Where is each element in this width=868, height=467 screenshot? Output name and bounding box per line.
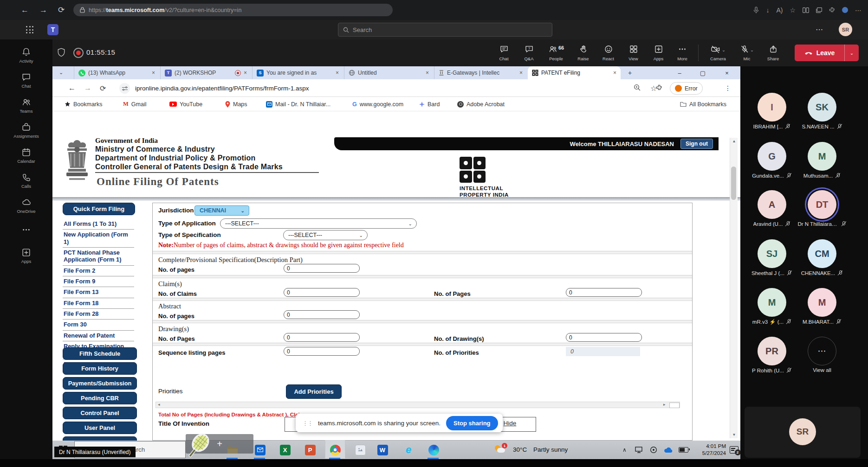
claims-pages-input[interactable] <box>566 288 642 297</box>
bookmark-item[interactable]: Bookmarks <box>65 97 103 111</box>
drawings-count-input[interactable] <box>566 333 642 342</box>
network-icon[interactable] <box>633 444 645 456</box>
bookmark-item[interactable]: YouTube <box>169 97 202 111</box>
sidebar-link-form13[interactable]: File Form 13 <box>63 287 134 298</box>
participant-avatar[interactable]: M <box>758 288 786 317</box>
horizontal-scrollbar[interactable]: ◂ ▸ <box>155 402 680 408</box>
scroll-up-icon[interactable]: ▲ <box>730 139 738 143</box>
action-center-icon[interactable]: 2 <box>728 444 740 456</box>
participant-avatar[interactable]: CM <box>808 239 836 268</box>
tab-search-chevron-icon[interactable]: ⌄ <box>59 70 63 76</box>
bookmark-item[interactable]: G www.google.com <box>352 97 403 111</box>
participant-avatar[interactable]: SJ <box>758 239 786 268</box>
bookmark-item[interactable]: Mail - Dr. N Thillaiar... <box>266 97 330 111</box>
participant-avatar[interactable]: A <box>758 190 786 219</box>
abstract-pages-input[interactable] <box>284 310 360 319</box>
leave-options-chevron-icon[interactable]: ⌄ <box>844 45 859 61</box>
tray-expand-icon[interactable]: ∧ <box>622 447 627 453</box>
view-all-button[interactable]: ⋯ <box>808 337 836 365</box>
site-settings-icon[interactable] <box>119 83 130 94</box>
tab-whatsapp[interactable]: (13) WhatsApp × <box>74 66 159 79</box>
collections-icon[interactable] <box>816 7 822 13</box>
profile-chip[interactable]: Error <box>670 82 703 95</box>
internet-explorer-icon[interactable]: e <box>402 444 415 456</box>
extensions-puzzle-icon[interactable] <box>656 84 662 91</box>
camera-button[interactable]: ⌄ Camera <box>705 45 732 61</box>
type-of-specification-select[interactable]: ---SELECT---⌄ <box>283 230 368 240</box>
bookmark-item[interactable]: Adobe Acrobat <box>457 97 505 111</box>
voice-search-icon[interactable] <box>753 6 759 13</box>
bookmark-item[interactable]: Maps <box>225 97 247 111</box>
jurisdiction-select[interactable]: CHENNAI⌄ <box>194 205 249 216</box>
sequence-pages-input[interactable] <box>284 347 360 356</box>
new-tab-button[interactable]: + <box>628 69 632 77</box>
participant-avatar[interactable]: M <box>808 288 836 317</box>
all-bookmarks-button[interactable]: All Bookmarks <box>680 97 726 111</box>
type-of-application-select[interactable]: ---SELECT---⌄ <box>220 218 417 229</box>
sidebar-item-calendar[interactable]: Calendar <box>0 143 52 167</box>
tab-workshop[interactable]: T (2) WORKSHOP × <box>160 66 251 79</box>
sidebar-item-more[interactable] <box>0 218 52 243</box>
window-close-button[interactable]: × <box>716 66 738 79</box>
scroll-left-icon[interactable]: ◂ <box>158 402 160 407</box>
downloads-icon[interactable]: ↓ <box>766 6 769 14</box>
tab-close-icon[interactable]: × <box>152 70 155 76</box>
leave-button[interactable]: Leave ⌄ <box>795 45 859 61</box>
profile-icon[interactable] <box>842 7 848 13</box>
sidebar-link-form18[interactable]: File Form 18 <box>63 298 134 309</box>
browser-menu-kebab-icon[interactable]: ⋮ <box>725 79 731 97</box>
sidebar-item-apps[interactable]: Apps <box>0 243 52 268</box>
edge-address-bar[interactable]: https://teams.microsoft.com/v2/?culture=… <box>73 4 393 16</box>
user-avatar[interactable]: SR <box>839 23 852 36</box>
page-scroll-thumb[interactable] <box>731 166 736 200</box>
scroll-right-icon[interactable]: ▸ <box>663 402 666 407</box>
zoom-icon[interactable] <box>634 84 641 91</box>
mail-app-icon[interactable] <box>254 444 266 456</box>
sidebar-item-chat[interactable]: Chat <box>0 68 52 92</box>
battery-icon[interactable] <box>677 444 689 456</box>
bookmark-item[interactable]: Bard <box>419 97 440 111</box>
tab-signed-in[interactable]: S You are signed in as × <box>252 66 343 79</box>
participant-avatar[interactable]: G <box>758 142 786 171</box>
control-panel-button[interactable]: Control Panel <box>63 407 137 419</box>
waffle-menu-icon[interactable] <box>26 26 34 34</box>
participant-avatar[interactable]: SK <box>808 93 836 122</box>
powerpoint-icon[interactable]: P <box>304 444 316 456</box>
photos-icon[interactable] <box>354 444 366 456</box>
participant-avatar-speaking[interactable]: DT <box>808 190 836 219</box>
scroll-down-icon[interactable]: ▼ <box>730 433 738 437</box>
edge-reload-button[interactable]: ⟳ <box>58 0 65 20</box>
split-screen-icon[interactable] <box>803 7 809 13</box>
excel-icon[interactable]: X <box>279 444 291 456</box>
sidebar-link-form28[interactable]: File Form 28 <box>63 309 134 320</box>
sidebar-item-onedrive[interactable]: OneDrive <box>0 193 52 218</box>
payments-submission-button[interactable]: Payments/Submission <box>63 377 137 390</box>
browser-reload-button[interactable]: ⟳ <box>100 79 106 97</box>
clock[interactable]: 4:01 PM 5/27/2024 <box>695 443 726 457</box>
tab-patent-efiling[interactable]: PATENT eFiling × <box>528 66 621 79</box>
claims-count-input[interactable] <box>284 288 360 297</box>
view-all-label[interactable]: View all <box>797 367 848 373</box>
sign-out-button[interactable]: Sign out <box>680 139 713 149</box>
apps-button[interactable]: Apps <box>648 45 669 61</box>
sidebar-link-new-application[interactable]: New Application (Form 1) <box>63 230 134 248</box>
sidebar-link-form30[interactable]: Form 30 <box>63 320 134 330</box>
sidebar-link-form2[interactable]: File Form 2 <box>63 266 134 276</box>
chat-button[interactable]: Chat <box>493 45 515 61</box>
read-aloud-icon[interactable]: A) <box>776 6 783 14</box>
sidebar-link-renewal[interactable]: Renewal of Patent <box>63 331 134 341</box>
scroll-thumb[interactable] <box>669 403 680 408</box>
fifth-schedule-button[interactable]: Fifth Schedule <box>63 347 137 360</box>
form-history-button[interactable]: Form History <box>63 362 137 375</box>
window-maximize-button[interactable]: ▢ <box>692 66 713 79</box>
raise-hand-button[interactable]: Raise <box>572 45 594 61</box>
tab-close-icon[interactable]: × <box>613 70 616 76</box>
sidebar-link-all-forms[interactable]: All Forms (1 To 31) <box>63 219 134 230</box>
drawings-pages-input[interactable] <box>284 333 360 342</box>
page-scrollbar[interactable]: ▲ ▼ <box>730 138 738 438</box>
edge-back-button[interactable]: ← <box>21 0 29 20</box>
browser-url[interactable]: ipronline.ipindia.gov.in/epatentfiling/P… <box>135 79 309 97</box>
stop-sharing-button[interactable]: Stop sharing <box>446 416 498 430</box>
extensions-icon[interactable] <box>829 7 835 13</box>
tab-untitled[interactable]: Untitled × <box>344 66 433 79</box>
